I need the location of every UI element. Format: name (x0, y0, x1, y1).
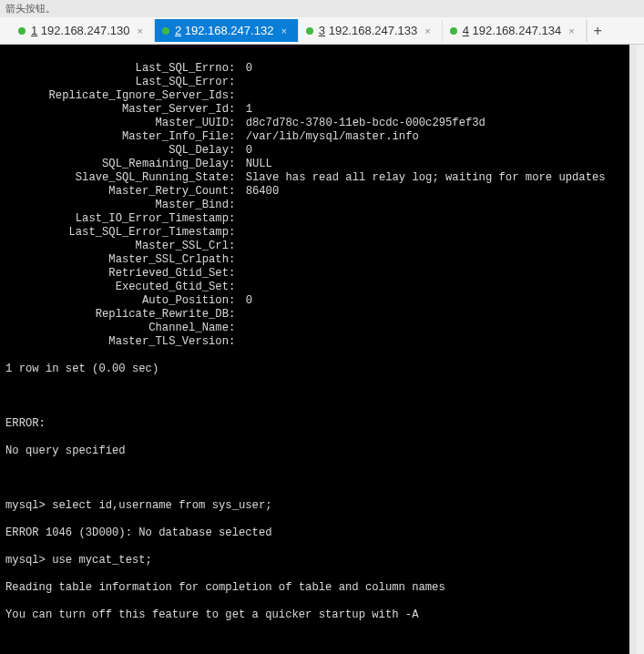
status-dot-icon (450, 27, 457, 35)
status-dot-icon (162, 27, 169, 35)
tab-ip: 192.168.247.132 (185, 24, 274, 37)
status-line: Master_Retry_Count: 86400 (5, 185, 624, 199)
add-tab-button[interactable]: + (587, 20, 608, 42)
status-dot-icon (18, 27, 26, 35)
status-line: Last_SQL_Error: (5, 76, 624, 89)
status-line: SQL_Remaining_Delay: NULL (5, 158, 624, 171)
status-line: Executed_Gtid_Set: (5, 281, 624, 294)
row-set-msg: 1 row in set (0.00 sec) (5, 363, 624, 376)
status-line: Master_Bind: (5, 199, 624, 212)
mysql-prompt: mysql> select id,username from sys_user; (5, 499, 624, 513)
status-line: Channel_Name: (5, 322, 624, 335)
status-line: Master_UUID: d8c7d78c-3780-11eb-bcdc-000… (5, 117, 624, 130)
status-line: Auto_Position: 0 (5, 294, 624, 308)
tab-session-1[interactable]: 1 192.168.247.130 × (11, 19, 155, 42)
close-icon[interactable]: × (423, 26, 432, 36)
status-line: Last_SQL_Errno: 0 (5, 62, 624, 76)
status-line: Retrieved_Gtid_Set: (5, 267, 624, 281)
close-icon[interactable]: × (567, 26, 576, 36)
status-dot-icon (306, 27, 313, 35)
blank-line (5, 472, 624, 485)
mysql-prompt: mysql> use mycat_test; (5, 554, 624, 567)
tab-num: 4 (463, 24, 469, 37)
tab-session-3[interactable]: 3 192.168.247.133 × (299, 19, 443, 42)
blank-line (5, 636, 624, 649)
tab-bar: 1 192.168.247.130 × 2 192.168.247.132 × … (0, 17, 644, 45)
turn-off-hint: You can turn off this feature to get a q… (5, 608, 624, 622)
slave-status-block: Last_SQL_Errno: 0Last_SQL_Error: Replica… (5, 62, 624, 349)
status-line: Replicate_Ignore_Server_Ids: (5, 89, 624, 103)
tab-ip: 192.168.247.134 (473, 24, 562, 37)
status-line: Master_Server_Id: 1 (5, 103, 624, 117)
status-line: SQL_Delay: 0 (5, 144, 624, 158)
status-line: Last_IO_Error_Timestamp: (5, 212, 624, 226)
blank-line (5, 390, 624, 404)
tab-num: 3 (319, 24, 325, 37)
tab-num: 1 (31, 24, 37, 37)
window-caption: 箭头按钮。 (0, 0, 644, 17)
tab-ip: 192.168.247.130 (41, 24, 130, 37)
status-line: Master_TLS_Version: (5, 335, 624, 349)
close-icon[interactable]: × (135, 26, 144, 36)
status-line: Master_SSL_Crl: (5, 240, 624, 253)
close-icon[interactable]: × (279, 26, 288, 36)
error-label: ERROR: (5, 417, 624, 431)
terminal-output[interactable]: Last_SQL_Errno: 0Last_SQL_Error: Replica… (0, 45, 637, 654)
status-line: Replicate_Rewrite_DB: (5, 308, 624, 322)
tab-ip: 192.168.247.133 (329, 24, 418, 37)
tab-session-4[interactable]: 4 192.168.247.134 × (443, 19, 587, 42)
status-line: Master_SSL_Crlpath: (5, 253, 624, 267)
tab-session-2[interactable]: 2 192.168.247.132 × (155, 19, 299, 42)
status-line: Slave_SQL_Running_State: Slave has read … (5, 171, 624, 185)
tab-num: 2 (175, 24, 181, 37)
no-query-msg: No query specified (5, 445, 624, 458)
reading-info: Reading table information for completion… (5, 581, 624, 595)
status-line: Last_SQL_Error_Timestamp: (5, 226, 624, 240)
error-1046: ERROR 1046 (3D000): No database selected (5, 526, 624, 540)
status-line: Master_Info_File: /var/lib/mysql/master.… (5, 130, 624, 144)
